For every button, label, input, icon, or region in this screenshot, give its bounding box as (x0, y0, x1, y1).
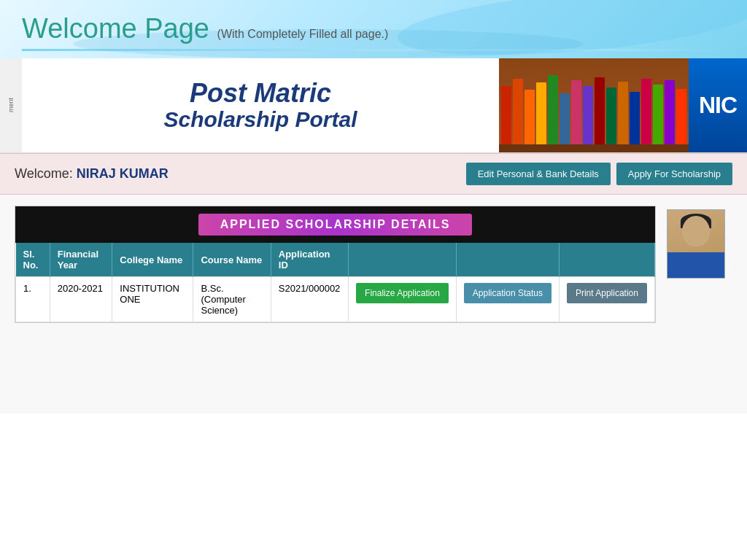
nic-text: NIC (699, 92, 737, 119)
left-menu-text: ment (7, 98, 15, 112)
col-application-id: Application ID (271, 243, 348, 277)
nic-logo: NIC (689, 58, 747, 153)
welcome-actions: Edit Personal & Bank Details Apply For S… (466, 163, 732, 185)
welcome-bar: Welcome: NIRAJ KUMAR Edit Personal & Ban… (0, 153, 747, 195)
portal-title-sub: Scholarship Portal (163, 107, 357, 132)
photo-face (667, 210, 724, 278)
title-underline (22, 49, 725, 51)
section-header-title: APPLIED SCHOLARSHIP DETAILS (198, 214, 473, 236)
book (560, 93, 570, 144)
cell-finalize: Finalize Application (349, 277, 457, 322)
cell-print: Print Application (559, 277, 654, 322)
book (571, 80, 581, 144)
main-content: APPLIED SCHOLARSHIP DETAILS Sl. No. Fina… (0, 195, 747, 413)
banner-right: NIC (499, 58, 747, 153)
book (606, 88, 616, 144)
book (641, 79, 651, 144)
cell-application-id: S2021/000002 (271, 277, 348, 322)
scholarship-section: APPLIED SCHOLARSHIP DETAILS Sl. No. Fina… (15, 206, 656, 323)
col-slno: Sl. No. (16, 243, 50, 277)
cell-course-name: B.Sc. (Computer Science) (193, 277, 271, 322)
page-title: Welcome Page (With Completely Filled all… (22, 13, 725, 44)
col-college-name: College Name (112, 243, 193, 277)
col-action1 (349, 243, 457, 277)
photo-head (682, 216, 710, 246)
scholarship-table: Sl. No. Financial Year College Name Cour… (15, 243, 655, 322)
header-banner: ment Post Matric Scholarship Portal NIC (0, 58, 747, 153)
left-menu: ment (0, 58, 22, 153)
books-row (499, 58, 689, 153)
book (501, 86, 511, 144)
content-row: APPLIED SCHOLARSHIP DETAILS Sl. No. Fina… (15, 206, 732, 323)
application-status-button[interactable]: Application Status (464, 283, 551, 303)
book (536, 82, 546, 144)
photo-shirt (667, 252, 724, 278)
col-action3 (559, 243, 654, 277)
book (548, 75, 558, 144)
book (525, 90, 535, 144)
photo-area (667, 206, 732, 279)
student-photo (667, 209, 725, 279)
book (653, 85, 663, 144)
table-header-row: Sl. No. Financial Year College Name Cour… (16, 243, 655, 277)
portal-branding: Post Matric Scholarship Portal (22, 79, 499, 133)
book (665, 80, 675, 144)
book (583, 86, 593, 144)
welcome-label: Welcome: (15, 166, 73, 181)
col-course-name: Course Name (193, 243, 271, 277)
book (630, 92, 640, 144)
welcome-username: NIRAJ KUMAR (77, 166, 169, 181)
portal-title-main: Post Matric (190, 79, 331, 108)
cell-status: Application Status (456, 277, 559, 322)
finalize-application-button[interactable]: Finalize Application (356, 283, 449, 303)
cell-financial-year: 2020-2021 (50, 277, 112, 322)
welcome-text: Welcome: NIRAJ KUMAR (15, 166, 169, 182)
title-bar: Welcome Page (With Completely Filled all… (0, 0, 747, 58)
title-main: Welcome Page (22, 13, 209, 44)
col-action2 (456, 243, 559, 277)
cell-slno: 1. (16, 277, 50, 322)
print-application-button[interactable]: Print Application (567, 283, 647, 303)
book (513, 79, 523, 144)
col-financial-year: Financial Year (50, 243, 112, 277)
book (676, 89, 686, 144)
book (595, 77, 605, 144)
book (618, 82, 628, 144)
apply-for-scholarship-button[interactable]: Apply For Scholarship (616, 163, 732, 185)
bookshelf-image (499, 58, 689, 153)
section-header: APPLIED SCHOLARSHIP DETAILS (15, 206, 655, 243)
table-row: 1. 2020-2021 INSTITUTION ONE B.Sc. (Comp… (16, 277, 655, 322)
edit-personal-bank-button[interactable]: Edit Personal & Bank Details (466, 163, 611, 185)
table-area: APPLIED SCHOLARSHIP DETAILS Sl. No. Fina… (15, 206, 656, 323)
title-subtitle: (With Completely Filled all page.) (217, 28, 389, 40)
cell-college-name: INSTITUTION ONE (112, 277, 193, 322)
